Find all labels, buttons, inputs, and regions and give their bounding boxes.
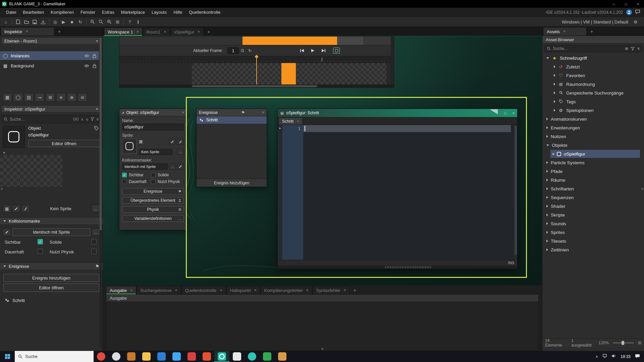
- eye-icon[interactable]: [84, 64, 89, 68]
- taskbar-app-icon[interactable]: [139, 351, 154, 362]
- menu-bearbeiten[interactable]: Bearbeiten: [19, 10, 47, 15]
- variable-definitions-button[interactable]: Variablendefinitionen ...: [122, 215, 184, 222]
- title-bar[interactable]: BLANK GAME_3 - GameMaker ─ □ ×: [0, 0, 644, 8]
- view-mode-icon[interactable]: ⊞: [638, 341, 641, 345]
- chevron-right-icon[interactable]: [546, 135, 548, 138]
- chevron-down-icon[interactable]: [546, 57, 549, 59]
- tab-ausgabe[interactable]: Ausgabe ×: [106, 286, 136, 294]
- chevron-right-icon[interactable]: [554, 74, 555, 77]
- collision-dots[interactable]: ...: [169, 164, 176, 170]
- tree-item-gespeicherte-suchvorgaenge[interactable]: Gespeicherte Suchvorgänge: [542, 88, 644, 97]
- chevron-right-icon[interactable]: [546, 240, 548, 242]
- visible-checkbox[interactable]: ✓: [122, 173, 127, 177]
- persistent-checkbox[interactable]: [38, 249, 43, 254]
- tray-expand-icon[interactable]: ∧: [596, 355, 598, 358]
- edit-sprite-button[interactable]: [169, 139, 176, 145]
- close-icon[interactable]: ×: [198, 29, 200, 34]
- chevron-right-icon[interactable]: [546, 222, 548, 225]
- taskbar-app-icon[interactable]: [260, 351, 275, 362]
- search-input[interactable]: Suche...: [553, 46, 568, 51]
- scrollbar-thumb[interactable]: [515, 126, 517, 255]
- tab-inspektor[interactable]: Inspektor ×: [1, 27, 54, 36]
- chevron-right-icon[interactable]: [546, 205, 548, 207]
- export-button[interactable]: [39, 18, 47, 26]
- info-button[interactable]: ℹ: [134, 18, 142, 26]
- chevron-down-icon[interactable]: [546, 144, 549, 146]
- notification-icon[interactable]: [635, 354, 640, 359]
- taskbar-app-icon[interactable]: [169, 351, 184, 362]
- chevron-right-icon[interactable]: [554, 100, 555, 103]
- lock-icon[interactable]: [93, 64, 96, 68]
- tree-group-schriftarten[interactable]: Schriftarten: [542, 184, 644, 193]
- solid-checkbox[interactable]: [91, 239, 97, 244]
- loop-icon[interactable]: ↻: [248, 48, 252, 53]
- inspector-target-dropdown[interactable]: Inspektor: oSpielfigur ▾: [1, 105, 101, 113]
- taskbar-app-icon[interactable]: [275, 351, 290, 362]
- inspector-scrollbar[interactable]: [100, 37, 102, 348]
- tree-group-tilesets[interactable]: Tilesets: [542, 237, 644, 245]
- menu-hilfe[interactable]: Hilfe: [170, 10, 185, 15]
- menu-quellenkontrolle[interactable]: Quellenkontrolle: [185, 10, 224, 15]
- target-manager-icon[interactable]: ⚙: [631, 18, 640, 26]
- code-vscrollbar[interactable]: [514, 125, 517, 260]
- menu-layouts[interactable]: Layouts: [148, 10, 170, 15]
- effect-layer-tool-icon[interactable]: ⊘: [78, 93, 87, 102]
- tree-group-sprites[interactable]: Sprites: [542, 228, 644, 237]
- tree-item-tags[interactable]: Tags: [542, 97, 644, 106]
- search-prev-icon[interactable]: ∧: [80, 117, 84, 122]
- chevron-right-icon[interactable]: [546, 248, 548, 251]
- object-window-titlebar[interactable]: ◢ Objekt: oSpielfigur ×: [119, 109, 186, 116]
- tab-room1[interactable]: Room1 ×: [143, 27, 170, 36]
- feedback-icon[interactable]: [635, 10, 640, 15]
- skip-end-button[interactable]: [320, 48, 327, 54]
- collision-edit-icon[interactable]: [177, 164, 184, 170]
- close-icon[interactable]: ×: [164, 29, 166, 34]
- collision-select[interactable]: Identisch mit Sprite: [122, 164, 168, 170]
- object-preview[interactable]: [3, 126, 25, 148]
- close-icon[interactable]: ×: [220, 288, 222, 293]
- preview-expander-icon[interactable]: ▴: [3, 150, 5, 154]
- network-icon[interactable]: [602, 354, 607, 359]
- frame-1-thumbnail[interactable]: [281, 63, 296, 84]
- chevron-right-icon[interactable]: [546, 118, 548, 120]
- collision-mode-button[interactable]: Identisch mit Sprite: [12, 228, 90, 236]
- menu-extras[interactable]: Extras: [99, 10, 118, 15]
- chevron-right-icon[interactable]: [546, 170, 548, 173]
- output-content[interactable]: [106, 302, 539, 351]
- tree-group-objekte[interactable]: Objekte: [542, 141, 644, 149]
- add-tab-button[interactable]: +: [205, 28, 212, 35]
- event-row-step[interactable]: Schritt: [197, 116, 267, 124]
- sprite-picker-dots[interactable]: ...: [92, 205, 100, 213]
- collapse-panel-icon[interactable]: ∨: [321, 347, 324, 351]
- close-icon[interactable]: ×: [137, 29, 139, 34]
- home-button[interactable]: ⌂: [2, 18, 10, 26]
- close-button[interactable]: ×: [632, 0, 644, 8]
- tree-item-favoriten[interactable]: ♡ Favoriten: [542, 71, 644, 80]
- tree-group-shader[interactable]: Shader: [542, 202, 644, 210]
- open-editor-button-2[interactable]: Editor öffnen: [3, 284, 99, 292]
- close-icon[interactable]: ×: [513, 111, 515, 115]
- sprite-hscrollbar[interactable]: [119, 84, 394, 88]
- tree-item-spieloptionen[interactable]: ⚙ Spieloptionen: [542, 106, 644, 115]
- filter-icon[interactable]: [631, 47, 635, 51]
- fold-icon[interactable]: ▸: [279, 126, 281, 130]
- asset-layer-tool-icon[interactable]: ⊞: [46, 93, 55, 102]
- close-icon[interactable]: ×: [344, 288, 346, 293]
- edit-sprite-icon[interactable]: [12, 205, 20, 213]
- code-area[interactable]: [303, 125, 514, 260]
- sprite-vscrollbar[interactable]: [391, 37, 394, 84]
- paint-sprite-icon[interactable]: [21, 205, 30, 213]
- sprite-dots[interactable]: ...: [177, 149, 184, 155]
- tab-quellenkontrolle[interactable]: Quellenkontrolle ×: [181, 286, 226, 294]
- search-input[interactable]: Suche...: [10, 117, 24, 122]
- chevron-right-icon[interactable]: [554, 92, 555, 94]
- folder-layer-tool-icon[interactable]: ⊕: [67, 93, 76, 102]
- tree-group-pfade[interactable]: Pfade: [542, 167, 644, 176]
- persistent-checkbox[interactable]: [122, 179, 127, 184]
- object-name-value[interactable]: oSpielfigur: [28, 132, 100, 137]
- chevron-right-icon[interactable]: [554, 109, 555, 112]
- close-icon[interactable]: ×: [297, 119, 299, 124]
- visible-checkbox[interactable]: ✓: [38, 239, 43, 244]
- solid-checkbox[interactable]: [151, 173, 156, 177]
- close-icon[interactable]: ×: [563, 29, 566, 34]
